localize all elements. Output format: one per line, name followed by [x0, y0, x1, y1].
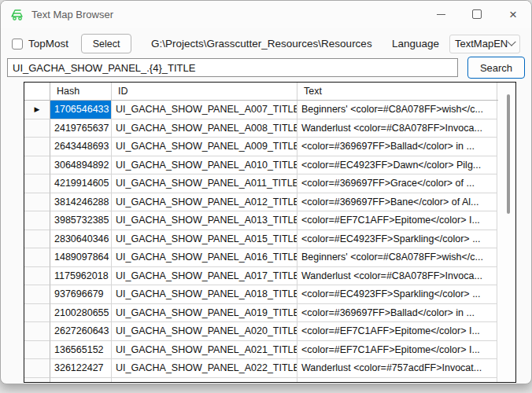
text-cell[interactable]: <color=#369697FF>Ballad</color> in ... [297, 138, 497, 156]
text-cell[interactable]: Beginners' <color=#C8A078FF>wish</c... [297, 248, 497, 267]
hash-cell[interactable]: 1175962018 [50, 267, 112, 286]
text-cell[interactable]: <color=#EF7C1AFF>Epitome</color> I... [297, 341, 497, 360]
row-header-column [24, 83, 50, 100]
column-header-hash[interactable]: Hash [50, 83, 112, 100]
search-input[interactable] [7, 58, 458, 77]
table-row[interactable]: ▶ 1706546433 UI_GACHA_SHOW_PANEL_A007_TI… [24, 101, 515, 119]
table-row[interactable]: 937696679 UI_GACHA_SHOW_PANEL_A018_TITLE… [24, 285, 515, 304]
id-cell[interactable] [112, 378, 297, 384]
hash-cell[interactable]: 3064894892 [50, 156, 112, 175]
hash-cell[interactable] [50, 378, 112, 384]
close-button[interactable]: × [495, 1, 531, 28]
column-header-id[interactable]: ID [112, 83, 297, 100]
id-cell[interactable]: UI_GACHA_SHOW_PANEL_A019_TITLE [112, 304, 297, 323]
hash-cell[interactable]: 2100280655 [50, 304, 112, 323]
hash-cell[interactable]: 1489097864 [50, 248, 112, 267]
row-selector-cell[interactable] [24, 322, 50, 341]
table-row[interactable]: 1175962018 UI_GACHA_SHOW_PANEL_A017_TITL… [24, 267, 515, 286]
table-row[interactable]: 3064894892 UI_GACHA_SHOW_PANEL_A010_TITL… [24, 156, 515, 175]
hash-cell[interactable]: 1706546433 [50, 101, 112, 119]
hash-cell[interactable]: 3814246288 [50, 193, 112, 212]
text-cell[interactable]: <color=#EF7C1AFF>Epitome</color> I... [297, 322, 497, 341]
row-selector-cell[interactable] [24, 267, 50, 286]
table-row[interactable]: 2100280655 UI_GACHA_SHOW_PANEL_A019_TITL… [24, 304, 515, 323]
hash-cell[interactable]: 2643448693 [50, 138, 112, 156]
id-cell[interactable]: UI_GACHA_SHOW_PANEL_A008_TITLE [112, 119, 297, 138]
table-row[interactable]: 136565152 UI_GACHA_SHOW_PANEL_A021_TITLE… [24, 341, 515, 360]
row-selector-cell[interactable] [24, 359, 50, 378]
search-button[interactable]: Search [467, 57, 525, 79]
row-selector-cell[interactable] [24, 174, 50, 193]
topmost-checkbox-group[interactable]: TopMost [12, 38, 68, 50]
id-cell[interactable]: UI_GACHA_SHOW_PANEL_A016_TITLE [112, 248, 297, 267]
vertical-scrollbar[interactable] [498, 83, 515, 382]
id-cell[interactable]: UI_GACHA_SHOW_PANEL_A017_TITLE [112, 267, 297, 286]
hash-cell[interactable]: 2419765637 [50, 119, 112, 138]
table-row[interactable]: 3985732385 UI_GACHA_SHOW_PANEL_A013_TITL… [24, 211, 515, 230]
hash-cell[interactable]: 2627260643 [50, 322, 112, 341]
row-selector-cell[interactable] [24, 156, 50, 175]
hash-cell[interactable]: 937696679 [50, 285, 112, 304]
row-selector-cell[interactable] [24, 341, 50, 360]
id-cell[interactable]: UI_GACHA_SHOW_PANEL_A012_TITLE [112, 193, 297, 212]
topmost-label: TopMost [28, 38, 68, 50]
hash-cell[interactable]: 136565152 [50, 341, 112, 360]
row-selector-cell[interactable]: ▶ [24, 101, 50, 119]
id-cell[interactable]: UI_GACHA_SHOW_PANEL_A018_TITLE [112, 285, 297, 304]
table-row[interactable]: 4219914605 UI_GACHA_SHOW_PANEL_A011_TITL… [24, 174, 515, 193]
table-row[interactable]: 326122427 UI_GACHA_SHOW_PANEL_A022_TITLE… [24, 359, 515, 378]
id-cell[interactable]: UI_GACHA_SHOW_PANEL_A010_TITLE [112, 156, 297, 175]
text-cell[interactable]: Wanderlust <color=#757acdFF>Invocat... [297, 359, 497, 378]
close-icon: × [509, 8, 517, 21]
hash-cell[interactable]: 4219914605 [50, 174, 112, 193]
text-cell[interactable]: Wanderlust <color=#C8A078FF>Invoca... [297, 119, 497, 138]
id-cell[interactable]: UI_GACHA_SHOW_PANEL_A015_TITLE [112, 230, 297, 249]
id-cell[interactable]: UI_GACHA_SHOW_PANEL_A007_TITLE [112, 101, 297, 119]
id-cell[interactable]: UI_GACHA_SHOW_PANEL_A009_TITLE [112, 138, 297, 156]
maximize-button[interactable] [459, 1, 495, 28]
id-cell[interactable]: UI_GACHA_SHOW_PANEL_A020_TITLE [112, 322, 297, 341]
table-row[interactable]: 2643448693 UI_GACHA_SHOW_PANEL_A009_TITL… [24, 138, 515, 156]
hash-cell[interactable]: 3985732385 [50, 211, 112, 230]
text-cell[interactable]: <color=#369697FF>Grace</color> of ... [297, 174, 497, 193]
hash-cell[interactable]: 2830640346 [50, 230, 112, 249]
column-header-text[interactable]: Text [297, 83, 497, 100]
minimize-button[interactable] [423, 1, 459, 28]
text-cell[interactable] [297, 378, 497, 384]
vertical-scrollbar-thumb[interactable] [507, 94, 510, 214]
table-row[interactable]: 2627260643 UI_GACHA_SHOW_PANEL_A020_TITL… [24, 322, 515, 341]
id-cell[interactable]: UI_GACHA_SHOW_PANEL_A013_TITLE [112, 211, 297, 230]
text-cell[interactable]: <color=#EC4923FF>Sparkling</color> ... [297, 230, 497, 249]
text-cell[interactable]: <color=#EF7C1AFF>Epitome</color> I... [297, 211, 497, 230]
hash-cell[interactable]: 326122427 [50, 359, 112, 378]
language-selected-value: TextMapEN [455, 38, 508, 50]
row-selector-cell[interactable] [24, 211, 50, 230]
text-cell[interactable]: <color=#EC4923FF>Sparkling</color> ... [297, 285, 497, 304]
topmost-checkbox[interactable] [12, 39, 23, 50]
text-cell[interactable]: <color=#369697FF>Bane</color> of Al... [297, 193, 497, 212]
row-selector-cell[interactable] [24, 248, 50, 267]
toolbar: TopMost Select G:\Projects\Grasscutter_R… [1, 33, 531, 54]
text-cell[interactable]: <color=#369697FF>Ballad</color> in ... [297, 304, 497, 323]
id-cell[interactable]: UI_GACHA_SHOW_PANEL_A011_TITLE [112, 174, 297, 193]
id-cell[interactable]: UI_GACHA_SHOW_PANEL_A022_TITLE [112, 359, 297, 378]
row-selector-cell[interactable] [24, 119, 50, 138]
row-selector-cell[interactable] [24, 230, 50, 249]
text-cell[interactable]: Wanderlust <color=#C8A078FF>Invoca... [297, 267, 497, 286]
row-selector-cell[interactable] [24, 378, 50, 384]
table-row[interactable]: 1489097864 UI_GACHA_SHOW_PANEL_A016_TITL… [24, 248, 515, 267]
row-selector-cell[interactable] [24, 304, 50, 323]
table-row[interactable]: 2830640346 UI_GACHA_SHOW_PANEL_A015_TITL… [24, 230, 515, 249]
select-button[interactable]: Select [81, 34, 131, 53]
table-row-partial[interactable] [24, 378, 515, 384]
text-cell[interactable]: Beginners' <color=#C8A078FF>wish</c... [297, 101, 497, 119]
id-cell[interactable]: UI_GACHA_SHOW_PANEL_A021_TITLE [112, 341, 297, 360]
title-bar: Text Map Browser × [1, 1, 531, 28]
language-select[interactable]: TextMapEN [449, 35, 520, 53]
table-row[interactable]: 2419765637 UI_GACHA_SHOW_PANEL_A008_TITL… [24, 119, 515, 138]
row-selector-cell[interactable] [24, 193, 50, 212]
row-selector-cell[interactable] [24, 285, 50, 304]
row-selector-cell[interactable] [24, 138, 50, 156]
text-cell[interactable]: <color=#EC4923FF>Dawn</color> Pilg... [297, 156, 497, 175]
table-row[interactable]: 3814246288 UI_GACHA_SHOW_PANEL_A012_TITL… [24, 193, 515, 212]
